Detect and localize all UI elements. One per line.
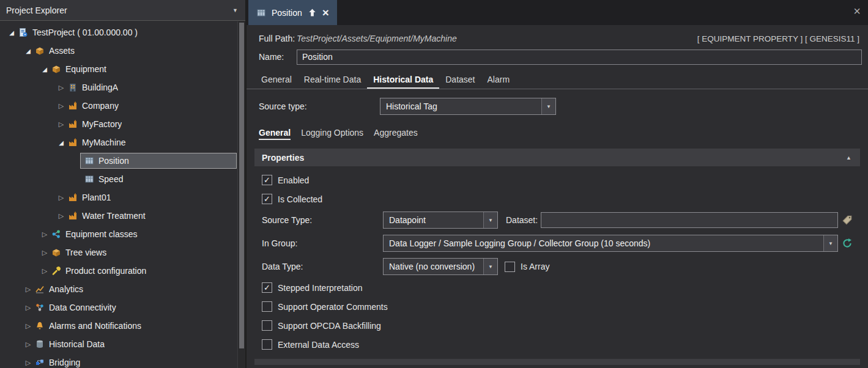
tree-item-historical-data[interactable]: ▷Historical Data — [0, 335, 236, 353]
tree-item-content[interactable]: Equipment — [48, 62, 236, 76]
enabled-checkbox[interactable]: ✓ Enabled — [262, 171, 856, 190]
next-section-header[interactable] — [254, 359, 860, 365]
tree-item-bridging[interactable]: ▷Bridging — [0, 353, 236, 368]
tree-item-content[interactable]: BuildingA — [64, 80, 236, 95]
tree-item-position[interactable]: Position — [0, 152, 236, 170]
tree-item-content[interactable]: Speed — [81, 172, 236, 186]
tree-item-water-treatment[interactable]: ▷Water Treatment — [0, 207, 236, 225]
tag-icon[interactable] — [838, 215, 856, 226]
subtab-aggregates[interactable]: Aggregates — [374, 128, 418, 140]
tree-item-content[interactable]: Alarms and Notifications — [31, 318, 236, 333]
is-array-label: Is Array — [521, 262, 549, 271]
prop-source-type-value: Datapoint — [384, 212, 483, 228]
tree-item-content[interactable]: Analytics — [31, 282, 236, 296]
tree-item-equipment[interactable]: ◢Equipment — [0, 60, 236, 78]
tree-item-content[interactable]: Product configuration — [48, 263, 236, 278]
tree-item-product-configuration[interactable]: ▷Product configuration — [0, 262, 236, 280]
dock-up-icon[interactable] — [308, 8, 317, 17]
checkbox-box: ✓ — [262, 175, 272, 185]
tree-item-content[interactable]: Historical Data — [31, 337, 236, 351]
close-tab-icon[interactable]: × — [322, 7, 329, 18]
in-group-dropdown[interactable]: Data Logger / Sample Logging Group / Col… — [383, 235, 838, 252]
factory-icon — [68, 101, 78, 111]
scrollbar-thumb[interactable] — [239, 23, 244, 348]
tree-item-equipment-classes[interactable]: ▷Equipment classes — [0, 225, 236, 243]
project-explorer-panel: Project Explorer ▼ ◢TestProject ( 01.00.… — [0, 0, 247, 368]
is-array-checkbox[interactable]: ✓ Is Array — [505, 262, 549, 272]
collapse-section-icon[interactable]: ▲ — [846, 155, 851, 161]
tree-item-data-connectivity[interactable]: ▷Data Connectivity — [0, 298, 236, 317]
project-explorer-header[interactable]: Project Explorer ▼ — [0, 0, 245, 21]
tree-item-myfactory[interactable]: ▷MyFactory — [0, 115, 236, 133]
tree-item-analytics[interactable]: ▷Analytics — [0, 280, 236, 298]
tree-item-content[interactable]: TestProject ( 01.00.000.00 ) — [15, 25, 236, 40]
explorer-scrollbar[interactable] — [237, 21, 245, 368]
tree-item-label: Position — [98, 156, 129, 166]
tree-item-label: TestProject ( 01.00.000.00 ) — [32, 28, 138, 37]
subtab-general[interactable]: General — [259, 128, 291, 140]
tree-item-label: BuildingA — [82, 83, 118, 92]
name-input[interactable] — [297, 50, 862, 65]
source-type-row: Source type: Historical Tag ▼ — [247, 98, 868, 115]
type-badges: [ EQUIPMENT PROPERTY ] [ GENESIS11 ] — [697, 34, 859, 43]
app-window: Project Explorer ▼ ◢TestProject ( 01.00.… — [0, 0, 868, 368]
data-type-dropdown[interactable]: Native (no conversion) ▼ — [383, 258, 498, 275]
properties-section-header[interactable]: Properties ▲ — [254, 149, 860, 166]
assets-icon — [35, 46, 45, 56]
operator-comments-checkbox[interactable]: ✓ Support Operator Comments — [262, 297, 856, 316]
document-tab-title: Position — [272, 8, 302, 18]
tab-dataset[interactable]: Dataset — [439, 72, 481, 89]
tree-item-tree-views[interactable]: ▷Tree views — [0, 243, 236, 262]
tree-item-content[interactable]: Water Treatment — [64, 208, 236, 223]
tree-item-alarms-and-notifications[interactable]: ▷Alarms and Notifications — [0, 317, 236, 335]
dataset-input[interactable] — [541, 212, 838, 228]
tree-item-label: Data Connectivity — [49, 303, 116, 312]
tree-item-content[interactable]: Tree views — [48, 245, 236, 260]
stepped-interpretation-checkbox[interactable]: ✓ Stepped Interpretation — [262, 278, 856, 297]
external-data-access-checkbox[interactable]: ✓ External Data Access — [262, 335, 856, 354]
prop-source-type-dropdown[interactable]: Datapoint ▼ — [383, 212, 498, 229]
source-type-dataset-row: Source Type: Datapoint ▼ Dataset: — [262, 208, 856, 232]
name-row: Name: — [247, 47, 868, 67]
project-explorer-title: Project Explorer — [6, 6, 67, 15]
tree-item-content[interactable]: Bridging — [31, 355, 236, 368]
tree-item-company[interactable]: ▷Company — [0, 97, 236, 115]
checkbox-box: ✓ — [262, 194, 272, 204]
tree-item-content[interactable]: Equipment classes — [48, 227, 236, 241]
tree-item-content[interactable]: MyFactory — [64, 117, 236, 131]
tree-item-content[interactable]: Data Connectivity — [31, 300, 236, 315]
subtab-logging-options[interactable]: Logging Options — [301, 128, 363, 140]
tree-item-mymachine[interactable]: ◢MyMachine — [0, 133, 236, 152]
tab-real-time-data[interactable]: Real-time Data — [298, 72, 367, 89]
tree-item-plant01[interactable]: ▷Plant01 — [0, 188, 236, 207]
tab-general[interactable]: General — [255, 72, 298, 89]
tree-item-content[interactable]: MyMachine — [64, 135, 236, 150]
refresh-icon[interactable] — [838, 238, 856, 249]
is-collected-checkbox[interactable]: ✓ Is Collected — [262, 190, 856, 208]
tab-alarm[interactable]: Alarm — [481, 72, 516, 89]
tree-item-label: Analytics — [49, 284, 83, 294]
taggrid-icon — [84, 174, 94, 184]
tree-item-speed[interactable]: Speed — [0, 170, 236, 188]
tree-item-content[interactable]: Plant01 — [64, 190, 236, 205]
opcda-backfilling-checkbox[interactable]: ✓ Support OPCDA Backfilling — [262, 316, 856, 335]
chevron-down-icon[interactable]: ▼ — [232, 7, 238, 13]
source-type-dropdown[interactable]: Historical Tag ▼ — [380, 98, 556, 115]
tree-item-content[interactable]: Position — [81, 153, 236, 168]
enabled-label: Enabled — [278, 175, 309, 185]
tab-historical-data[interactable]: Historical Data — [367, 72, 439, 89]
dataset-label: Dataset: — [506, 215, 541, 225]
close-pane-icon[interactable]: × — [853, 5, 861, 17]
classes-icon — [51, 229, 61, 239]
tree-item-label: Equipment classes — [65, 229, 138, 239]
checkbox-box: ✓ — [262, 301, 272, 312]
taggrid-icon — [84, 156, 94, 166]
document-tab-position[interactable]: Position × — [248, 0, 337, 25]
tree-item-assets[interactable]: ◢Assets — [0, 42, 236, 60]
tree-item-content[interactable]: Assets — [31, 43, 236, 58]
assets-icon — [51, 64, 61, 74]
tree-item-buildinga[interactable]: ▷BuildingA — [0, 78, 236, 97]
full-path-label: Full Path: — [259, 34, 297, 43]
tree-item-testproject-01-00-000-00[interactable]: ◢TestProject ( 01.00.000.00 ) — [0, 23, 236, 42]
tree-item-content[interactable]: Company — [64, 98, 236, 113]
